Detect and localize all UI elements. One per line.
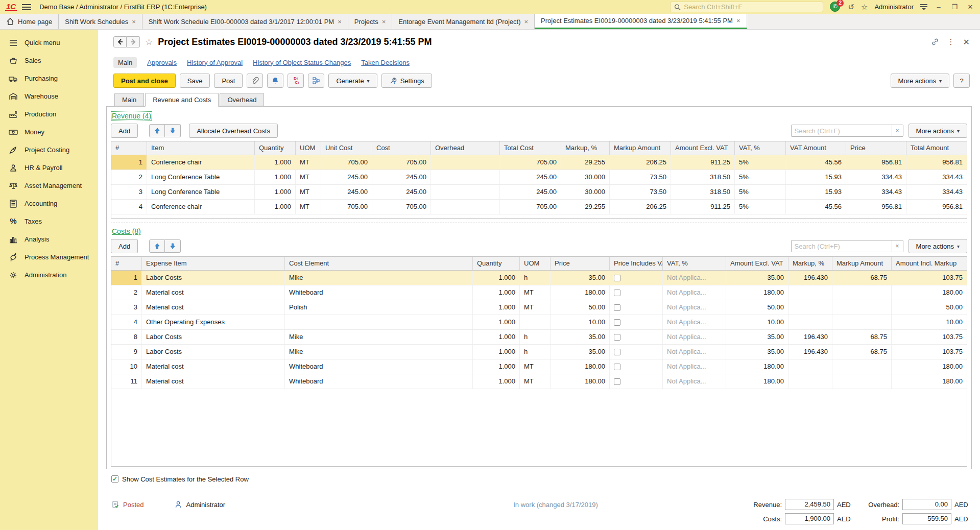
navlink-main[interactable]: Main [113, 57, 137, 68]
attachments-button[interactable] [247, 74, 263, 88]
costs-section-link[interactable]: Costs (8) [112, 227, 141, 235]
notifications-button[interactable]: ✆ 2 [830, 2, 841, 13]
revenue-move-up-button[interactable] [149, 124, 165, 137]
price-includes-vat-checkbox[interactable] [614, 304, 620, 311]
costs-search-input[interactable] [792, 240, 892, 252]
revenue-more-actions-button[interactable]: More actions▾ [909, 124, 967, 138]
favorites-star-icon[interactable]: ☆ [861, 3, 868, 11]
tab-shift-work-schedules[interactable]: Shift Work Schedules× [59, 14, 142, 29]
tab-entorage-project[interactable]: Entorage Event Management ltd (Project)× [392, 14, 535, 29]
sidebar-item-money[interactable]: Money [0, 123, 98, 141]
costs-total-field[interactable]: 1,900.00 [785, 513, 834, 524]
sidebar-item-warehouse[interactable]: Warehouse [0, 87, 98, 105]
costs-search[interactable]: × [791, 240, 903, 252]
sidebar-item-quick-menu[interactable]: Quick menu [0, 34, 98, 52]
revenue-table-row[interactable]: 2 Long Conference Table 1.000 MT 245.00 … [111, 170, 967, 185]
global-search[interactable] [670, 2, 823, 12]
sidebar-item-hr-payroll[interactable]: HR & Payroll [0, 159, 98, 177]
close-tab-icon[interactable]: × [338, 18, 342, 26]
main-menu-icon[interactable] [22, 4, 31, 10]
maximize-button[interactable]: ❐ [950, 3, 959, 11]
price-includes-vat-checkbox[interactable] [614, 275, 620, 281]
generate-button[interactable]: Generate▾ [328, 74, 377, 88]
document-structure-button[interactable] [308, 74, 324, 88]
price-includes-vat-checkbox[interactable] [614, 364, 620, 370]
close-tab-icon[interactable]: × [132, 18, 136, 26]
tab-overhead[interactable]: Overhead [220, 93, 264, 106]
tab-main[interactable]: Main [114, 93, 144, 106]
favorite-star-icon[interactable]: ☆ [145, 37, 153, 47]
workflow-state[interactable]: In work (changed 3/17/2019) [469, 501, 642, 509]
sidebar-item-production[interactable]: Production [0, 105, 98, 123]
navlink-taken-decisions[interactable]: Taken Decisions [361, 59, 410, 66]
allocate-overhead-costs-button[interactable]: Allocate Overhead Costs [189, 124, 278, 138]
price-includes-vat-checkbox[interactable] [614, 349, 620, 355]
clear-search-icon[interactable]: × [892, 240, 903, 252]
author-name[interactable]: Administrator [186, 501, 225, 509]
sidebar-item-asset-management[interactable]: Asset Management [0, 177, 98, 195]
price-includes-vat-checkbox[interactable] [614, 319, 620, 326]
tab-home-page[interactable]: Home page [0, 14, 59, 29]
settings-button[interactable]: Settings [381, 74, 432, 88]
save-button[interactable]: Save [180, 74, 210, 88]
tab-revenue-and-costs[interactable]: Revenue and Costs [145, 93, 219, 107]
sidebar-item-accounting[interactable]: Accounting [0, 195, 98, 212]
more-actions-button[interactable]: More actions▾ [891, 74, 949, 88]
close-window-button[interactable]: ✕ [966, 3, 975, 11]
post-and-close-button[interactable]: Post and close [113, 74, 176, 88]
tab-project-estimates-active[interactable]: Project Estimates EI0019-00000003 dated … [535, 14, 747, 29]
revenue-move-down-button[interactable] [165, 124, 181, 137]
show-cost-estimates-checkbox[interactable]: ✓ [111, 475, 118, 483]
costs-table-row[interactable]: 3 Material cost Polish 1.000 MT 50.00 No… [111, 300, 967, 315]
clear-search-icon[interactable]: × [892, 125, 903, 136]
back-button[interactable] [113, 36, 127, 47]
global-search-input[interactable] [684, 3, 820, 11]
close-document-icon[interactable]: ✕ [963, 37, 970, 47]
sidebar-item-process-management[interactable]: Process Management [0, 248, 98, 266]
sidebar-item-sales[interactable]: Sales [0, 52, 98, 69]
revenue-search-input[interactable] [792, 125, 892, 136]
forward-button[interactable] [127, 36, 140, 47]
sidebar-item-administration[interactable]: Administration [0, 266, 98, 284]
minimize-button[interactable]: – [934, 3, 943, 11]
history-icon[interactable]: ↺ [848, 3, 854, 11]
close-tab-icon[interactable]: × [736, 17, 740, 25]
costs-table-row[interactable]: 11 Material cost Whiteboard 1.000 MT 180… [111, 374, 967, 389]
costs-table-row[interactable]: 8 Labor Costs Mike 1.000 h 35.00 Not App… [111, 330, 967, 345]
post-button[interactable]: Post [214, 74, 243, 88]
revenue-search[interactable]: × [791, 125, 903, 137]
revenue-add-button[interactable]: Add [111, 124, 138, 138]
dr-cr-postings-button[interactable]: Dr Cr [288, 74, 304, 88]
price-includes-vat-checkbox[interactable] [614, 290, 620, 296]
revenue-section-link[interactable]: Revenue (4) [112, 112, 151, 120]
costs-move-up-button[interactable] [149, 239, 165, 253]
sidebar-item-analysis[interactable]: Analysis [0, 230, 98, 248]
section-splitter[interactable] [111, 223, 967, 223]
costs-table-row[interactable]: 4 Other Operating Expenses 1.000 10.00 N… [111, 315, 967, 330]
profit-total-field[interactable]: 559.50 [902, 513, 951, 524]
navlink-approvals[interactable]: Approvals [147, 59, 177, 66]
costs-more-actions-button[interactable]: More actions▾ [909, 239, 967, 253]
navlink-history-of-approval[interactable]: History of Approval [187, 59, 243, 66]
price-includes-vat-checkbox[interactable] [614, 334, 620, 341]
get-link-icon[interactable] [931, 38, 939, 46]
revenue-total-field[interactable]: 2,459.50 [785, 499, 834, 510]
costs-move-down-button[interactable] [165, 239, 181, 253]
costs-table-row[interactable]: 10 Material cost Whiteboard 1.000 MT 180… [111, 359, 967, 374]
more-menu-icon[interactable]: ⋮ [947, 37, 955, 46]
close-tab-icon[interactable]: × [524, 18, 529, 26]
tool-panel-toggle-icon[interactable] [920, 4, 927, 10]
navlink-history-of-object-status-changes[interactable]: History of Object Status Changes [253, 59, 351, 66]
reminder-button[interactable] [267, 74, 283, 88]
close-tab-icon[interactable]: × [382, 18, 386, 26]
costs-table-row[interactable]: 1 Labor Costs Mike 1.000 h 35.00 Not App… [111, 271, 967, 285]
overhead-total-field[interactable]: 0.00 [902, 499, 951, 510]
costs-table-row[interactable]: 2 Material cost Whiteboard 1.000 MT 180.… [111, 285, 967, 300]
revenue-table-row[interactable]: 4 Conference chair 1.000 MT 705.00 705.0… [111, 200, 967, 214]
costs-table-row[interactable]: 9 Labor Costs Mike 1.000 h 35.00 Not App… [111, 345, 967, 359]
revenue-table-row[interactable]: 3 Long Conference Table 1.000 MT 245.00 … [111, 185, 967, 200]
tab-shift-work-schedule-doc[interactable]: Shift Work Schedule EI00-000003 dated 3/… [142, 14, 348, 29]
current-user[interactable]: Administrator [874, 3, 914, 11]
price-includes-vat-checkbox[interactable] [614, 378, 620, 385]
sidebar-item-purchasing[interactable]: Purchasing [0, 69, 98, 87]
